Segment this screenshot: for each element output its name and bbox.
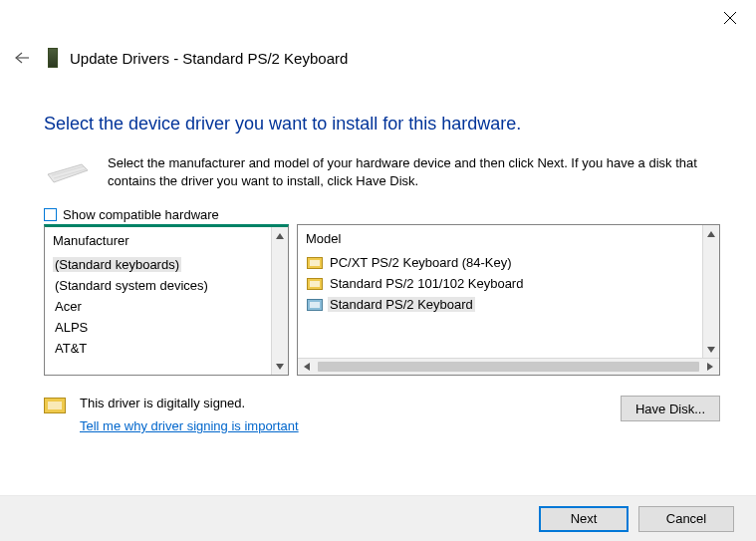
signed-driver-icon	[306, 277, 324, 291]
model-hscrollbar[interactable]	[298, 358, 719, 375]
arrow-left-icon	[14, 51, 30, 65]
wizard-footer: Next Cancel	[0, 495, 756, 541]
manufacturer-item-label: ALPS	[53, 320, 90, 335]
manufacturer-item[interactable]: Acer	[51, 296, 269, 317]
driver-panels: Manufacturer (Standard keyboards) (Stand…	[44, 224, 720, 376]
manufacturer-item[interactable]: ALPS	[51, 317, 269, 338]
signed-driver-icon	[306, 298, 324, 312]
model-header: Model	[304, 229, 700, 252]
model-item[interactable]: Standard PS/2 101/102 Keyboard	[304, 273, 700, 294]
window-close-button[interactable]	[720, 8, 740, 28]
close-icon	[723, 11, 737, 25]
svg-marker-6	[276, 233, 284, 239]
scroll-left-button[interactable]	[300, 360, 314, 374]
model-item-label: PC/XT PS/2 Keyboard (84-Key)	[328, 255, 514, 270]
page-heading: Select the device driver you want to ins…	[44, 114, 720, 135]
certificate-icon	[44, 398, 68, 415]
svg-marker-11	[707, 363, 713, 371]
chevron-up-icon	[707, 231, 715, 237]
signing-status: This driver is digitally signed.	[80, 396, 299, 410]
scroll-right-button[interactable]	[703, 360, 717, 374]
next-button[interactable]: Next	[539, 506, 629, 532]
manufacturer-item-label: (Standard keyboards)	[53, 257, 181, 272]
signing-info-link[interactable]: Tell me why driver signing is important	[80, 418, 299, 433]
svg-marker-10	[304, 363, 310, 371]
back-button[interactable]	[8, 44, 36, 72]
have-disk-button[interactable]: Have Disk...	[621, 396, 720, 421]
manufacturer-panel: Manufacturer (Standard keyboards) (Stand…	[44, 224, 289, 376]
keyboard-icon	[44, 158, 90, 186]
signing-row: This driver is digitally signed. Tell me…	[44, 396, 720, 433]
svg-marker-7	[276, 364, 284, 370]
model-panel: Model PC/XT PS/2 Keyboard (84-Key) Stand…	[297, 224, 720, 376]
model-list[interactable]: Model PC/XT PS/2 Keyboard (84-Key) Stand…	[298, 225, 702, 358]
wizard-content: Select the device driver you want to ins…	[44, 100, 720, 433]
window-title: Update Drivers - Standard PS/2 Keyboard	[70, 50, 348, 67]
title-bar: Update Drivers - Standard PS/2 Keyboard	[8, 44, 756, 72]
manufacturer-item[interactable]: (Standard keyboards)	[51, 254, 269, 275]
model-item[interactable]: Standard PS/2 Keyboard	[304, 294, 700, 315]
model-item-label: Standard PS/2 101/102 Keyboard	[328, 276, 525, 291]
manufacturer-item[interactable]: (Standard system devices)	[51, 275, 269, 296]
svg-marker-9	[707, 347, 715, 353]
manufacturer-list[interactable]: Manufacturer (Standard keyboards) (Stand…	[45, 227, 271, 375]
compatible-hardware-row: Show compatible hardware	[44, 207, 720, 222]
scroll-down-button[interactable]	[272, 358, 288, 375]
chevron-right-icon	[707, 363, 713, 371]
manufacturer-item[interactable]: AT&T	[51, 338, 269, 359]
show-compatible-label: Show compatible hardware	[63, 207, 219, 222]
manufacturer-item-label: AT&T	[53, 341, 89, 356]
model-item[interactable]: PC/XT PS/2 Keyboard (84-Key)	[304, 252, 700, 273]
cancel-button[interactable]: Cancel	[638, 506, 734, 532]
model-item-label: Standard PS/2 Keyboard	[328, 297, 475, 312]
scroll-thumb[interactable]	[318, 362, 699, 372]
manufacturer-item-label: (Standard system devices)	[53, 278, 210, 293]
chevron-left-icon	[304, 363, 310, 371]
manufacturer-scrollbar[interactable]	[271, 227, 288, 375]
instructions-row: Select the manufacturer and model of you…	[44, 154, 720, 189]
chevron-up-icon	[276, 233, 284, 239]
device-icon	[46, 47, 60, 69]
manufacturer-item-label: Acer	[53, 299, 84, 314]
scroll-up-button[interactable]	[272, 227, 288, 244]
chevron-down-icon	[707, 347, 715, 353]
show-compatible-checkbox[interactable]	[44, 208, 57, 221]
scroll-down-button[interactable]	[703, 341, 719, 358]
scroll-up-button[interactable]	[703, 225, 719, 242]
model-vscrollbar[interactable]	[702, 225, 719, 358]
manufacturer-header: Manufacturer	[51, 231, 269, 254]
chevron-down-icon	[276, 364, 284, 370]
svg-marker-8	[707, 231, 715, 237]
signed-driver-icon	[306, 256, 324, 270]
instructions-text: Select the manufacturer and model of you…	[108, 154, 720, 189]
